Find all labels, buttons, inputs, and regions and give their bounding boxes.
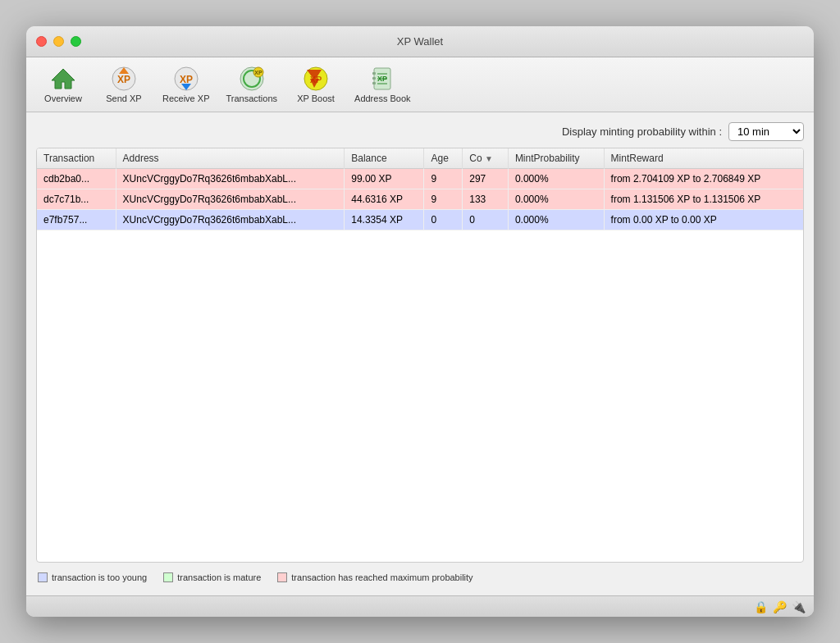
toolbar-receive-label: Receive XP (162, 93, 209, 103)
minimize-button[interactable] (53, 36, 64, 47)
toolbar-addressbook-button[interactable]: XP Address Book (348, 62, 417, 107)
table-row[interactable]: dc7c71b... XUncVCrggyDo7Rq3626t6mbabXabL… (37, 189, 803, 210)
title-bar: XP Wallet (26, 26, 814, 57)
legend-max-prob: transaction has reached maximum probabil… (277, 572, 472, 582)
col-coindays[interactable]: Co ▼ (463, 148, 509, 169)
table-row[interactable]: cdb2ba0... XUncVCrggyDo7Rq3626t6mbabXabL… (37, 169, 803, 189)
svg-rect-17 (372, 82, 376, 84)
key-icon: 🔑 (773, 600, 787, 613)
main-window: XP Wallet Overview XP Send XP (26, 26, 814, 617)
toolbar-addressbook-label: Address Book (354, 93, 410, 103)
col-transaction[interactable]: Transaction (37, 148, 116, 169)
transactions-table: Transaction Address Balance Age Co (37, 148, 803, 230)
send-icon: XP (111, 66, 137, 92)
cell-balance: 99.00 XP (345, 169, 424, 189)
toolbar-transactions-button[interactable]: XP Transactions (219, 62, 284, 107)
svg-text:XP: XP (117, 74, 130, 85)
display-bar: Display minting probability within : 10 … (36, 122, 804, 141)
connection-icon: 🔌 (792, 600, 806, 613)
cell-coindays: 297 (463, 169, 509, 189)
table-row[interactable]: e7fb757... XUncVCrggyDo7Rq3626t6mbabXabL… (37, 210, 803, 230)
display-bar-label: Display minting probability within : (562, 125, 722, 138)
cell-mint-reward: from 0.00 XP to 0.00 XP (604, 210, 803, 230)
svg-marker-0 (52, 69, 75, 89)
toolbar-overview-label: Overview (44, 93, 82, 103)
cell-coindays: 0 (463, 210, 509, 230)
toolbar-boost-label: XP Boost (297, 93, 335, 103)
cell-age: 0 (424, 210, 463, 230)
cell-address: XUncVCrggyDo7Rq3626t6mbabXabL... (116, 169, 345, 189)
legend-blue-box (38, 572, 48, 582)
toolbar-receive-button[interactable]: XP Receive XP (156, 62, 216, 107)
cell-age: 9 (424, 189, 463, 210)
window-title: XP Wallet (397, 35, 443, 48)
cell-mint-prob: 0.000% (508, 169, 604, 189)
legend-bar: transaction is too young transaction is … (36, 569, 804, 586)
transactions-icon: XP (239, 66, 265, 92)
legend-max-prob-label: transaction has reached maximum probabil… (291, 572, 472, 582)
col-address[interactable]: Address (116, 148, 345, 169)
toolbar-transactions-label: Transactions (226, 93, 277, 103)
toolbar-overview-button[interactable]: Overview (34, 62, 92, 107)
maximize-button[interactable] (71, 36, 81, 47)
time-select[interactable]: 10 min 30 min 1 hour 2 hours 4 hours (728, 122, 804, 141)
addressbook-icon: XP (369, 66, 395, 92)
col-mintreward[interactable]: MintReward (604, 148, 803, 169)
legend-too-young-label: transaction is too young (52, 572, 147, 582)
sort-icon: ▼ (485, 154, 493, 163)
table-body: cdb2ba0... XUncVCrggyDo7Rq3626t6mbabXabL… (37, 169, 803, 230)
toolbar: Overview XP Send XP XP Recei (26, 57, 814, 112)
overview-icon (50, 66, 76, 92)
receive-icon: XP (173, 66, 199, 92)
content-area: Display minting probability within : 10 … (26, 112, 814, 595)
cell-mint-reward: from 2.704109 XP to 2.706849 XP (604, 169, 803, 189)
cell-transaction: dc7c71b... (37, 189, 116, 210)
legend-green-box (163, 572, 173, 582)
table-header: Transaction Address Balance Age Co (37, 148, 803, 169)
svg-text:XP: XP (180, 74, 193, 85)
cell-age: 9 (424, 169, 463, 189)
cell-address: XUncVCrggyDo7Rq3626t6mbabXabL... (116, 189, 345, 210)
boost-icon: XP (303, 66, 329, 92)
toolbar-send-label: Send XP (106, 93, 141, 103)
cell-mint-prob: 0.000% (508, 189, 604, 210)
legend-too-young: transaction is too young (38, 572, 147, 582)
svg-rect-16 (372, 77, 376, 80)
legend-mature: transaction is mature (163, 572, 261, 582)
col-age[interactable]: Age (424, 148, 463, 169)
window-controls (36, 36, 81, 47)
cell-coindays: 133 (463, 189, 509, 210)
cell-balance: 14.3354 XP (345, 210, 424, 230)
col-mintprobability[interactable]: MintProbability (508, 148, 604, 169)
svg-text:XP: XP (254, 70, 262, 75)
svg-text:XP: XP (377, 75, 387, 83)
toolbar-boost-button[interactable]: XP XP Boost (287, 62, 345, 107)
cell-mint-reward: from 1.131506 XP to 1.131506 XP (604, 189, 803, 210)
svg-rect-15 (372, 72, 376, 75)
toolbar-send-button[interactable]: XP Send XP (95, 62, 153, 107)
cell-transaction: cdb2ba0... (37, 169, 116, 189)
legend-pink-box (277, 572, 287, 582)
close-button[interactable] (36, 36, 47, 47)
legend-mature-label: transaction is mature (177, 572, 261, 582)
cell-transaction: e7fb757... (37, 210, 116, 230)
cell-balance: 44.6316 XP (345, 189, 424, 210)
lock-icon: 🔒 (754, 600, 768, 613)
cell-address: XUncVCrggyDo7Rq3626t6mbabXabL... (116, 210, 345, 230)
col-balance[interactable]: Balance (345, 148, 424, 169)
transactions-table-container: Transaction Address Balance Age Co (36, 148, 804, 563)
cell-mint-prob: 0.000% (508, 210, 604, 230)
status-bar: 🔒 🔑 🔌 (26, 595, 814, 617)
